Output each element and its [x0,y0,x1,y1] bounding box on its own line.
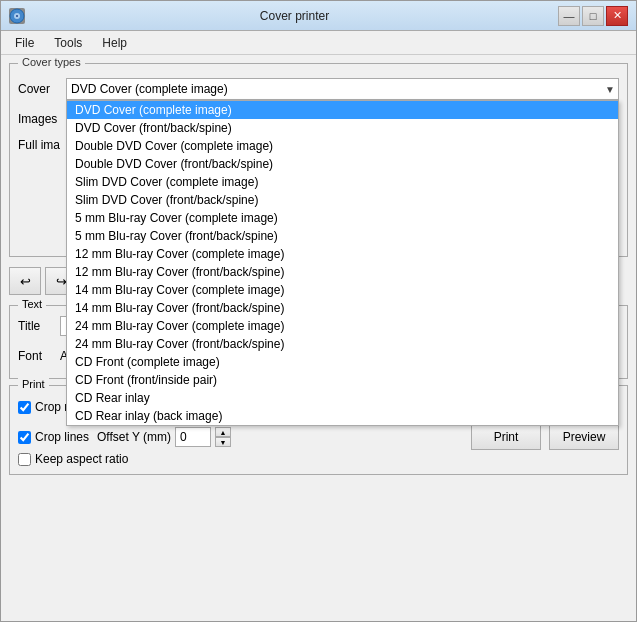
dropdown-item-0[interactable]: DVD Cover (complete image) [67,101,618,119]
dropdown-item-9[interactable]: 12 mm Blu-ray Cover (front/back/spine) [67,263,618,281]
dropdown-item-7[interactable]: 5 mm Blu-ray Cover (front/back/spine) [67,227,618,245]
offset-y-down[interactable]: ▼ [215,437,231,447]
main-content: Cover types Cover DVD Cover (complete im… [1,55,636,621]
print-button[interactable]: Print [471,424,541,450]
cover-types-label: Cover types [18,56,85,68]
cover-label: Cover [18,82,66,96]
dropdown-item-10[interactable]: 14 mm Blu-ray Cover (complete image) [67,281,618,299]
menu-file[interactable]: File [5,34,44,52]
print-row-2: Crop lines Offset Y (mm) ▲ ▼ Print Previ… [18,424,619,450]
offset-y-label: Offset Y (mm) [97,430,171,444]
menu-bar: File Tools Help [1,31,636,55]
keep-aspect-row: Keep aspect ratio [18,452,128,466]
close-button[interactable]: ✕ [606,6,628,26]
title-label: Title [18,319,54,333]
offset-y-input[interactable] [175,427,211,447]
font-label: Font [18,349,54,363]
cover-types-group: Cover types Cover DVD Cover (complete im… [9,63,628,257]
offset-y-up[interactable]: ▲ [215,427,231,437]
minimize-button[interactable]: — [558,6,580,26]
preview-button[interactable]: Preview [549,424,619,450]
dropdown-item-8[interactable]: 12 mm Blu-ray Cover (complete image) [67,245,618,263]
dropdown-item-1[interactable]: DVD Cover (front/back/spine) [67,119,618,137]
dropdown-item-14[interactable]: CD Front (complete image) [67,353,618,371]
print-row-3: Keep aspect ratio [18,452,619,466]
offset-y-spinner: ▲ ▼ [215,427,231,447]
dropdown-item-5[interactable]: Slim DVD Cover (front/back/spine) [67,191,618,209]
action-buttons: Print Preview [239,424,619,450]
text-section-label: Text [18,298,46,310]
dropdown-item-11[interactable]: 14 mm Blu-ray Cover (front/back/spine) [67,299,618,317]
cover-row: Cover DVD Cover (complete image) ▼ DVD C… [18,78,619,100]
window-controls: — □ ✕ [558,6,628,26]
window-icon [9,8,25,24]
crop-lines-label: Crop lines [35,430,89,444]
dropdown-item-16[interactable]: CD Rear inlay [67,389,618,407]
undo-button[interactable]: ↩ [9,267,41,295]
dropdown-item-4[interactable]: Slim DVD Cover (complete image) [67,173,618,191]
keep-aspect-label: Keep aspect ratio [35,452,128,466]
menu-tools[interactable]: Tools [44,34,92,52]
offset-y-group: Offset Y (mm) ▲ ▼ [97,427,231,447]
dropdown-item-3[interactable]: Double DVD Cover (front/back/spine) [67,155,618,173]
maximize-button[interactable]: □ [582,6,604,26]
dropdown-item-12[interactable]: 24 mm Blu-ray Cover (complete image) [67,317,618,335]
svg-point-2 [16,15,18,17]
cover-select-display[interactable]: DVD Cover (complete image) [66,78,619,100]
crop-lines-row: Crop lines [18,430,89,444]
print-section-label: Print [18,378,49,390]
cover-selected-text: DVD Cover (complete image) [71,82,228,96]
cover-select-wrapper: DVD Cover (complete image) ▼ DVD Cover (… [66,78,619,100]
dropdown-item-6[interactable]: 5 mm Blu-ray Cover (complete image) [67,209,618,227]
menu-help[interactable]: Help [92,34,137,52]
dropdown-item-2[interactable]: Double DVD Cover (complete image) [67,137,618,155]
dropdown-item-15[interactable]: CD Front (front/inside pair) [67,371,618,389]
window-title: Cover printer [31,9,558,23]
title-bar: Cover printer — □ ✕ [1,1,636,31]
dropdown-item-17[interactable]: CD Rear inlay (back image) [67,407,618,425]
keep-aspect-checkbox[interactable] [18,453,31,466]
main-window: Cover printer — □ ✕ File Tools Help Cove… [0,0,637,622]
dropdown-item-13[interactable]: 24 mm Blu-ray Cover (front/back/spine) [67,335,618,353]
cover-dropdown: DVD Cover (complete image) DVD Cover (fr… [66,100,619,426]
crop-marks-checkbox[interactable] [18,401,31,414]
crop-lines-checkbox[interactable] [18,431,31,444]
